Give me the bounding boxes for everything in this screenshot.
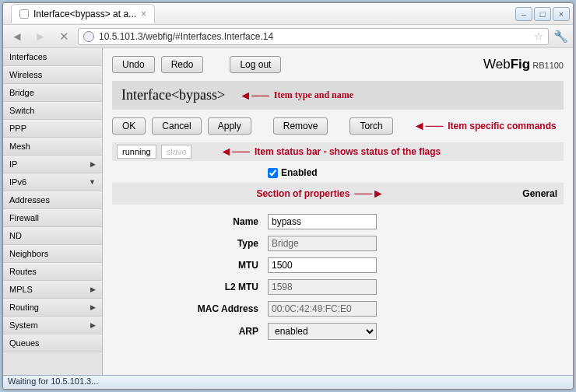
- enabled-row: Enabled: [112, 167, 564, 178]
- status-running: running: [117, 145, 156, 159]
- arrow-left-icon: ◄──: [220, 145, 250, 159]
- enabled-label: Enabled: [281, 167, 318, 178]
- annot-typename: Item type and name: [274, 89, 353, 101]
- properties: Name Type MTU L2 MTU MAC Address ARPenab…: [112, 211, 564, 343]
- sidebar-item-label: Queues: [9, 338, 40, 348]
- window-controls: – □ ×: [515, 7, 570, 21]
- sidebar-item-label: IPv6: [9, 177, 26, 187]
- sidebar-item-label: Mesh: [9, 142, 30, 151]
- chevron-right-icon: ▶: [90, 285, 96, 293]
- sidebar-item-neighbors[interactable]: Neighbors: [3, 245, 102, 263]
- mtu-label: MTU: [112, 260, 268, 271]
- bookmark-icon[interactable]: ☆: [534, 30, 543, 42]
- sidebar-item-bridge[interactable]: Bridge: [3, 84, 102, 102]
- sidebar-item-label: System: [9, 320, 38, 330]
- sidebar-item-label: IP: [9, 159, 17, 169]
- browser-window: Interface<bypass> at a... × – □ × ◄ ► ✕ …: [2, 2, 574, 390]
- sidebar-item-ip[interactable]: IP▶: [3, 156, 102, 173]
- globe-icon: [83, 31, 94, 42]
- cancel-button[interactable]: Cancel: [152, 117, 201, 135]
- name-field[interactable]: [268, 214, 377, 229]
- arp-select[interactable]: enabled: [268, 323, 377, 340]
- redo-button[interactable]: Redo: [161, 56, 204, 73]
- back-button[interactable]: ◄: [8, 29, 26, 44]
- page-icon: [19, 9, 29, 19]
- name-label: Name: [112, 216, 268, 227]
- type-label: Type: [112, 238, 268, 249]
- l2mtu-label: L2 MTU: [112, 282, 268, 292]
- sidebar-item-wireless[interactable]: Wireless: [3, 66, 102, 84]
- type-field: [268, 236, 377, 251]
- main-panel: Undo Redo Log out WebFigRB1100 Interface…: [103, 48, 573, 375]
- chevron-right-icon: ▶: [90, 321, 96, 329]
- browser-toolbar: ◄ ► ✕ 10.5.101.3/webfig/#Interfaces.Inte…: [3, 25, 573, 48]
- close-icon[interactable]: ×: [141, 9, 146, 19]
- undo-button[interactable]: Undo: [112, 56, 155, 73]
- sidebar-item-label: ND: [9, 231, 22, 240]
- apply-button[interactable]: Apply: [208, 117, 251, 135]
- webfig-logo: WebFigRB1100: [483, 57, 564, 72]
- sidebar-item-routes[interactable]: Routes: [3, 263, 102, 281]
- maximize-button[interactable]: □: [534, 7, 551, 21]
- chevron-down-icon: ▼: [89, 178, 96, 186]
- sidebar-item-label: Bridge: [9, 88, 34, 97]
- sidebar-item-label: Neighbors: [9, 249, 48, 258]
- sidebar-item-switch[interactable]: Switch: [3, 102, 102, 120]
- mac-field: [268, 301, 377, 317]
- sidebar-item-interfaces[interactable]: Interfaces: [3, 48, 102, 66]
- item-header: Interface<bypass> ◄──Item type and name: [112, 81, 564, 110]
- sidebar-item-label: Interfaces: [9, 52, 47, 61]
- remove-button[interactable]: Remove: [273, 117, 328, 135]
- sidebar-item-mesh[interactable]: Mesh: [3, 138, 102, 156]
- page-content: InterfacesWirelessBridgeSwitchPPPMeshIP▶…: [3, 48, 573, 375]
- status-slave: slave: [161, 145, 192, 159]
- titlebar: Interface<bypass> at a... × – □ ×: [3, 3, 573, 25]
- annot-commands: Item specific commands: [448, 121, 556, 131]
- close-button[interactable]: ×: [553, 7, 570, 21]
- minimize-button[interactable]: –: [515, 7, 532, 21]
- enabled-checkbox[interactable]: [268, 168, 278, 178]
- section-general: General: [522, 188, 557, 199]
- sidebar: InterfacesWirelessBridgeSwitchPPPMeshIP▶…: [3, 48, 103, 375]
- arrow-left-icon: ◄──: [239, 89, 269, 103]
- browser-tab[interactable]: Interface<bypass> at a... ×: [11, 4, 155, 23]
- stop-button[interactable]: ✕: [54, 29, 73, 44]
- annot-status: Item status bar - shows status of the fl…: [255, 146, 441, 157]
- sidebar-item-ppp[interactable]: PPP: [3, 120, 102, 138]
- forward-button[interactable]: ►: [31, 29, 50, 44]
- sidebar-item-firewall[interactable]: Firewall: [3, 209, 102, 227]
- chevron-right-icon: ▶: [90, 160, 96, 168]
- sidebar-item-addresses[interactable]: Addresses: [3, 191, 102, 209]
- sidebar-item-label: MPLS: [9, 285, 33, 294]
- status-bar: running slave ◄──Item status bar - shows…: [112, 142, 564, 161]
- l2mtu-field: [268, 279, 377, 295]
- ok-button[interactable]: OK: [112, 117, 146, 135]
- torch-button[interactable]: Torch: [349, 117, 392, 135]
- action-buttons: OK Cancel Apply Remove Torch ◄──Item spe…: [112, 117, 564, 135]
- logout-button[interactable]: Log out: [230, 56, 281, 73]
- sidebar-item-system[interactable]: System▶: [3, 317, 102, 334]
- sidebar-item-label: Switch: [9, 106, 34, 115]
- sidebar-item-label: Firewall: [9, 213, 39, 222]
- mac-label: MAC Address: [112, 303, 268, 314]
- arrow-left-icon: ◄──: [413, 119, 444, 133]
- tab-title: Interface<bypass> at a...: [33, 9, 136, 19]
- sidebar-item-label: Routes: [9, 267, 37, 276]
- sidebar-item-label: Addresses: [9, 195, 50, 205]
- sidebar-item-label: PPP: [9, 124, 26, 133]
- sidebar-item-ipv6[interactable]: IPv6▼: [3, 173, 102, 191]
- section-header: Section of properties──► General: [112, 183, 564, 205]
- sidebar-item-nd[interactable]: ND: [3, 227, 102, 245]
- browser-statusbar: Waiting for 10.5.101.3...: [3, 375, 573, 389]
- annot-section: Section of properties: [256, 188, 349, 199]
- sidebar-item-label: Routing: [9, 303, 39, 312]
- wrench-icon[interactable]: 🔧: [553, 30, 568, 44]
- sidebar-item-queues[interactable]: Queues: [3, 334, 102, 352]
- top-buttons: Undo Redo Log out WebFigRB1100: [112, 56, 564, 73]
- sidebar-item-mpls[interactable]: MPLS▶: [3, 281, 102, 299]
- sidebar-item-routing[interactable]: Routing▶: [3, 299, 102, 317]
- url-text: 10.5.101.3/webfig/#Interfaces.Interface.…: [99, 31, 529, 42]
- url-bar[interactable]: 10.5.101.3/webfig/#Interfaces.Interface.…: [78, 28, 549, 45]
- mtu-field[interactable]: [268, 257, 377, 273]
- arrow-right-icon: ──►: [354, 187, 385, 201]
